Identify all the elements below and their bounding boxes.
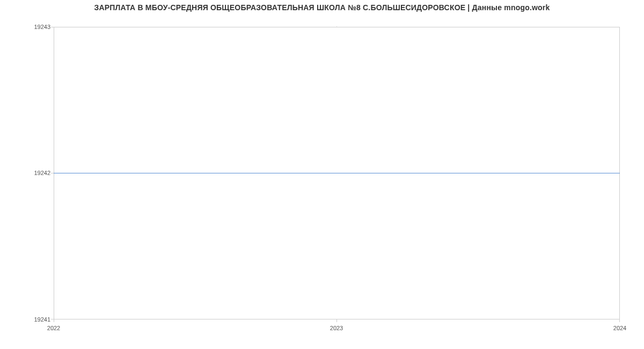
x-tick-mark: [336, 319, 337, 322]
x-tick-mark: [54, 319, 54, 322]
x-tick-mark: [619, 319, 620, 322]
y-tick-mark: [51, 27, 54, 27]
x-tick-label: 2023: [330, 325, 343, 331]
chart-title: ЗАРПЛАТА В МБОУ-СРЕДНЯЯ ОБЩЕОБРАЗОВАТЕЛЬ…: [0, 3, 644, 12]
y-tick-label: 19243: [0, 24, 50, 30]
y-tick-label: 19242: [0, 170, 50, 176]
chart-container: ЗАРПЛАТА В МБОУ-СРЕДНЯЯ ОБЩЕОБРАЗОВАТЕЛЬ…: [0, 0, 644, 349]
y-tick-mark: [51, 173, 54, 173]
x-tick-label: 2024: [613, 325, 626, 331]
series-line: [54, 173, 620, 173]
y-tick-label: 19241: [0, 316, 50, 323]
x-tick-label: 2022: [47, 325, 60, 331]
